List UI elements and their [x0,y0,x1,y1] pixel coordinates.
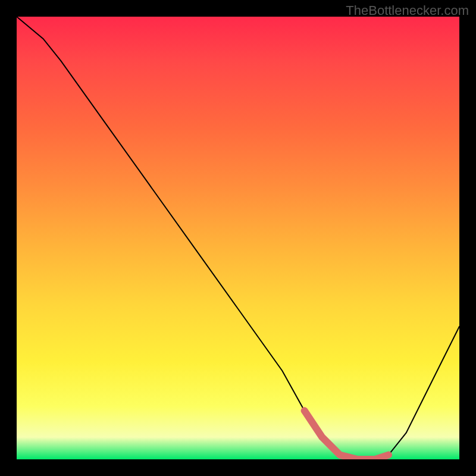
watermark-text: TheBottlenecker.com [346,3,469,18]
bottleneck-curve [17,17,459,459]
chart-plot-area [17,17,459,459]
emphasis-segment [305,411,389,459]
curve-layer [17,17,459,459]
